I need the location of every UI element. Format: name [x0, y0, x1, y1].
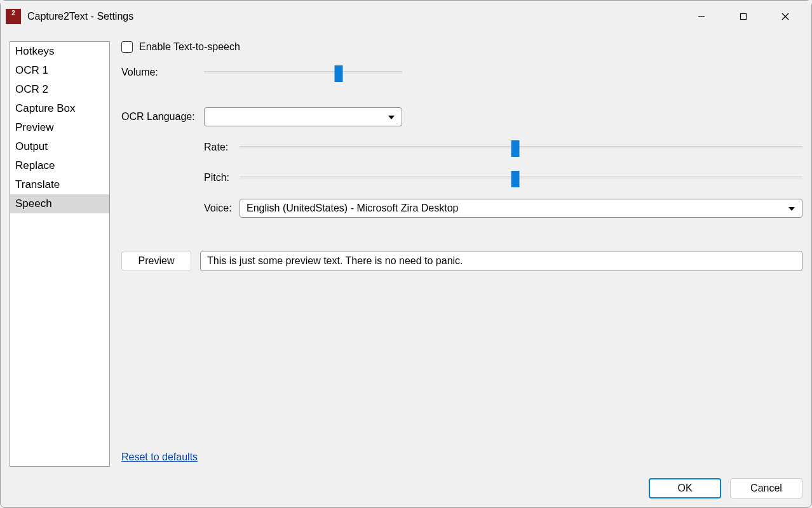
pitch-label: Pitch:	[204, 172, 240, 184]
enable-tts-checkbox[interactable]	[121, 41, 133, 53]
sidebar-item-ocr-1[interactable]: OCR 1	[10, 61, 109, 80]
reset-to-defaults-link[interactable]: Reset to defaults	[121, 451, 198, 463]
pitch-slider[interactable]	[240, 177, 802, 179]
settings-window: Capture2Text - Settings HotkeysOCR 1OCR …	[0, 0, 812, 508]
voice-dropdown[interactable]: English (UnitedStates) - Microsoft Zira …	[240, 199, 802, 218]
close-icon	[782, 13, 789, 20]
maximize-icon	[740, 13, 747, 20]
rate-label: Rate:	[204, 142, 240, 153]
chevron-down-icon	[788, 203, 795, 213]
sidebar-item-output[interactable]: Output	[10, 137, 109, 156]
sidebar-item-preview[interactable]: Preview	[10, 118, 109, 137]
enable-tts-row: Enable Text-to-speech	[121, 41, 802, 53]
ok-button[interactable]: OK	[649, 478, 721, 498]
content-area: HotkeysOCR 1OCR 2Capture BoxPreviewOutpu…	[1, 32, 811, 473]
close-button[interactable]	[771, 6, 800, 27]
rate-slider[interactable]	[240, 146, 802, 149]
minimize-button[interactable]	[687, 6, 716, 27]
volume-label: Volume:	[121, 67, 204, 78]
window-controls	[687, 6, 800, 27]
svg-marker-5	[788, 207, 795, 211]
titlebar: Capture2Text - Settings	[1, 1, 811, 32]
cancel-button[interactable]: Cancel	[730, 478, 802, 498]
pitch-slider-thumb[interactable]	[511, 171, 520, 187]
voice-value: English (UnitedStates) - Microsoft Zira …	[247, 203, 458, 214]
sidebar-item-replace[interactable]: Replace	[10, 156, 109, 175]
volume-row: Volume:	[121, 63, 802, 82]
svg-marker-4	[388, 116, 395, 119]
minimize-icon	[698, 13, 705, 20]
ocr-language-dropdown[interactable]	[204, 107, 402, 126]
voice-label: Voice:	[204, 203, 240, 214]
rate-slider-thumb[interactable]	[511, 140, 520, 157]
volume-slider[interactable]	[204, 71, 402, 74]
enable-tts-label: Enable Text-to-speech	[139, 41, 240, 53]
sidebar: HotkeysOCR 1OCR 2Capture BoxPreviewOutpu…	[10, 41, 110, 467]
sidebar-item-translate[interactable]: Translate	[10, 175, 109, 194]
maximize-button[interactable]	[729, 6, 758, 27]
preview-row: Preview	[121, 251, 802, 271]
app-icon	[6, 9, 21, 24]
window-title: Capture2Text - Settings	[27, 11, 687, 22]
sidebar-item-speech[interactable]: Speech	[10, 194, 109, 213]
ocr-language-row: OCR Language:	[121, 107, 802, 126]
rate-row: Rate:	[204, 138, 802, 157]
pitch-row: Pitch:	[204, 168, 802, 187]
ocr-language-label: OCR Language:	[121, 111, 204, 123]
preview-button[interactable]: Preview	[121, 251, 191, 271]
sidebar-item-capture-box[interactable]: Capture Box	[10, 99, 109, 118]
preview-text-input[interactable]	[200, 251, 802, 271]
dialog-footer: OK Cancel	[1, 473, 811, 507]
voice-row: Voice: English (UnitedStates) - Microsof…	[204, 199, 802, 218]
speech-panel: Enable Text-to-speech Volume: OCR Langua…	[121, 41, 802, 467]
chevron-down-icon	[388, 112, 395, 122]
sidebar-item-ocr-2[interactable]: OCR 2	[10, 80, 109, 99]
svg-rect-1	[741, 14, 747, 20]
sidebar-item-hotkeys[interactable]: Hotkeys	[10, 42, 109, 61]
volume-slider-thumb[interactable]	[335, 65, 343, 82]
